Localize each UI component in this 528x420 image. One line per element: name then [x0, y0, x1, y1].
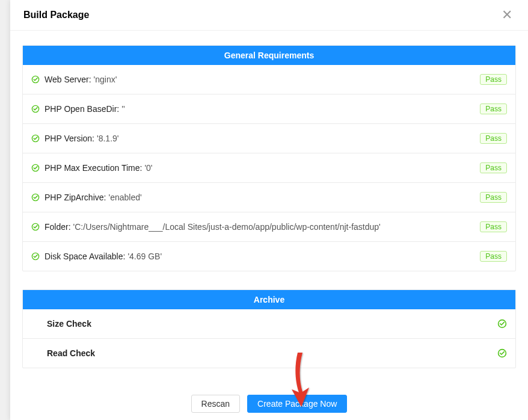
archive-section: Archive Size Check Read Check [22, 289, 516, 368]
req-label: PHP Version: [45, 134, 94, 143]
archive-size-check[interactable]: Size Check [23, 309, 515, 339]
archive-item-label: Read Check [47, 348, 95, 358]
general-requirements-section: General Requirements Web Server: 'nginx'… [22, 45, 516, 271]
modal-title: Build Package [23, 10, 89, 20]
req-value: 'enabled' [108, 193, 141, 202]
modal-body: General Requirements Web Server: 'nginx'… [10, 31, 528, 419]
check-icon [497, 319, 507, 329]
status-badge: Pass [480, 103, 507, 114]
check-icon [497, 348, 507, 358]
req-label: Disk Space Available: [45, 252, 125, 261]
req-label: PHP Max Execution Time: [45, 163, 142, 173]
req-value: '4.69 GB' [127, 252, 162, 261]
modal-header: Build Package ✕ [10, 0, 528, 31]
req-folder[interactable]: Folder: 'C:/Users/Nightmare___/Local Sit… [23, 212, 515, 242]
check-icon [31, 193, 40, 202]
build-package-modal: Build Package ✕ General Requirements Web… [10, 0, 528, 420]
archive-item-label: Size Check [47, 319, 91, 329]
check-icon [31, 75, 40, 84]
req-value: '8.1.9' [97, 134, 118, 143]
check-icon [31, 223, 40, 231]
archive-header: Archive [23, 290, 515, 309]
rescan-button[interactable]: Rescan [191, 395, 240, 413]
req-label: Web Server: [45, 75, 91, 84]
req-php-open-basedir[interactable]: PHP Open BaseDir: '' Pass [23, 94, 515, 124]
req-value: '0' [144, 163, 152, 173]
req-web-server[interactable]: Web Server: 'nginx' Pass [23, 65, 515, 94]
close-icon[interactable]: ✕ [499, 8, 515, 22]
req-php-max-exec[interactable]: PHP Max Execution Time: '0' Pass [23, 153, 515, 183]
req-label: PHP ZipArchive: [45, 193, 106, 202]
check-icon [31, 134, 40, 143]
req-disk-space[interactable]: Disk Space Available: '4.69 GB' Pass [23, 242, 515, 271]
req-value: 'C:/Users/Nightmare___/Local Sites/just-… [73, 222, 381, 232]
req-label: Folder: [45, 222, 71, 232]
create-package-button[interactable]: Create Package Now [247, 395, 347, 413]
check-icon [31, 164, 40, 172]
req-php-ziparchive[interactable]: PHP ZipArchive: 'enabled' Pass [23, 183, 515, 212]
req-php-version[interactable]: PHP Version: '8.1.9' Pass [23, 124, 515, 153]
check-icon [31, 105, 40, 113]
status-badge: Pass [480, 162, 507, 173]
status-badge: Pass [480, 74, 507, 85]
status-badge: Pass [480, 133, 507, 144]
status-badge: Pass [480, 251, 507, 262]
check-icon [31, 252, 40, 261]
req-value: '' [121, 104, 124, 114]
status-badge: Pass [480, 221, 507, 232]
modal-footer: Rescan Create Package Now [22, 386, 516, 419]
status-badge: Pass [480, 192, 507, 203]
req-value: 'nginx' [94, 75, 117, 84]
req-label: PHP Open BaseDir: [45, 104, 119, 114]
archive-read-check[interactable]: Read Check [23, 339, 515, 368]
general-requirements-header: General Requirements [23, 46, 515, 65]
